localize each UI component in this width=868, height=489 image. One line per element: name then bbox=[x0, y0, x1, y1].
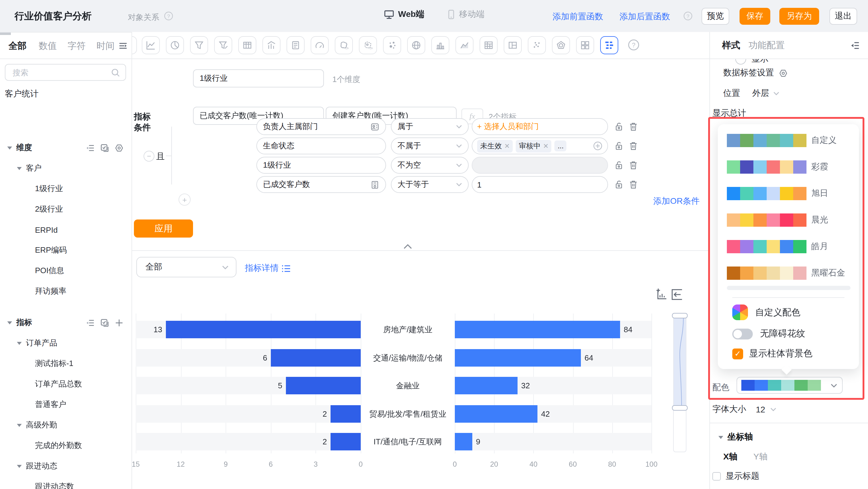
condition-value[interactable]: 未生效✕审核中✕... bbox=[472, 137, 608, 154]
condition-value[interactable]: 1 bbox=[472, 176, 608, 193]
sidebar-item-测试指标-1[interactable]: 测试指标-1 bbox=[0, 356, 132, 371]
chart-type-histogram[interactable] bbox=[431, 36, 450, 54]
panel-tab-style[interactable]: 样式 bbox=[722, 40, 740, 51]
plus-icon[interactable] bbox=[115, 318, 124, 327]
axis-section-header[interactable]: 坐标轴 bbox=[718, 432, 753, 443]
condition-value[interactable] bbox=[472, 157, 608, 174]
add-pre-function-link[interactable]: 添加前置函数 bbox=[553, 11, 603, 22]
datazoom-handle-top[interactable] bbox=[672, 313, 688, 318]
chart-type-china-bubble-map[interactable]: CN bbox=[359, 36, 377, 54]
field-search[interactable] bbox=[5, 64, 126, 81]
sidebar-tab-all[interactable]: 全部 bbox=[8, 40, 27, 52]
radio-icon[interactable] bbox=[735, 59, 746, 65]
object-relation-link[interactable]: 对象关系 bbox=[128, 12, 159, 23]
lock-open-icon[interactable] bbox=[614, 141, 624, 151]
sidebar-item-跟进动态[interactable]: 跟进动态 bbox=[0, 459, 132, 473]
trash-icon[interactable] bbox=[628, 141, 638, 151]
sidebar-item-客户[interactable]: 客户 bbox=[0, 161, 132, 175]
bar-background-checkbox[interactable]: ✓ bbox=[732, 348, 743, 359]
save-as-button[interactable]: 另存为 bbox=[779, 8, 819, 25]
add-tag-icon[interactable] bbox=[593, 141, 602, 151]
bar-right-series[interactable] bbox=[455, 405, 537, 423]
sidebar-item-订单产品总数[interactable]: 订单产品总数 bbox=[0, 377, 132, 391]
condition-operator-select[interactable]: 不属于 bbox=[391, 137, 469, 154]
bar-right-series[interactable] bbox=[455, 433, 472, 450]
trash-icon[interactable] bbox=[628, 180, 638, 189]
chart-type-world-map[interactable] bbox=[407, 36, 425, 54]
exit-button[interactable]: 退出 bbox=[829, 8, 857, 25]
label-position-select[interactable]: 外层 bbox=[752, 88, 769, 99]
condition-field[interactable]: 1级行业 bbox=[256, 157, 386, 174]
datazoom-handle-bottom[interactable] bbox=[672, 405, 688, 411]
dimension-pill[interactable]: 1级行业 bbox=[193, 69, 324, 88]
metric-filter-select[interactable]: 全部 bbox=[136, 257, 237, 278]
sidebar-item-普通客户[interactable]: 普通客户 bbox=[0, 397, 132, 412]
palette-option-自定义[interactable]: 自定义 bbox=[727, 134, 837, 147]
chart-type-pivot-table[interactable] bbox=[479, 36, 498, 54]
bar-right-series[interactable] bbox=[455, 321, 620, 338]
palette-option-皓月[interactable]: 皓月 bbox=[727, 240, 828, 253]
bar-left-series[interactable] bbox=[166, 321, 361, 338]
select-all-icon[interactable] bbox=[100, 318, 109, 327]
palette-scrollbar[interactable] bbox=[727, 286, 850, 290]
sidebar-tab-text[interactable]: 字符 bbox=[67, 40, 86, 52]
condition-field[interactable]: 生命状态 bbox=[256, 137, 386, 154]
palette-option-旭日[interactable]: 旭日 bbox=[727, 187, 828, 200]
sidebar-item-拜访频率[interactable]: 拜访频率 bbox=[0, 284, 132, 298]
color-scheme-select[interactable] bbox=[737, 377, 843, 394]
preview-button[interactable]: 预览 bbox=[702, 8, 729, 25]
add-condition-button[interactable]: + bbox=[179, 194, 191, 206]
condition-operator-select[interactable]: 大于等于 bbox=[391, 176, 469, 193]
select-all-icon[interactable] bbox=[100, 143, 109, 152]
sidebar-item-ERP编码[interactable]: ERP编码 bbox=[0, 243, 132, 257]
add-to-dashboard-icon[interactable] bbox=[655, 288, 668, 301]
caret-down-icon[interactable] bbox=[17, 464, 22, 467]
condition-value[interactable]: + 选择人员和部门 bbox=[472, 118, 608, 135]
condition-operator-select[interactable]: 属于 bbox=[391, 118, 469, 135]
sidebar-item-POI信息[interactable]: POI信息 bbox=[0, 263, 132, 278]
lock-open-icon[interactable] bbox=[614, 160, 624, 170]
value-tag[interactable]: 未生效✕ bbox=[477, 139, 513, 152]
chart-type-card-group[interactable] bbox=[576, 36, 594, 54]
palette-option-彩霞[interactable]: 彩霞 bbox=[727, 160, 828, 174]
bar-left-series[interactable] bbox=[331, 405, 361, 423]
export-icon[interactable] bbox=[671, 288, 683, 301]
tab-x-axis[interactable]: X轴 bbox=[723, 452, 737, 462]
chart-type-pie-chart[interactable] bbox=[166, 36, 184, 54]
datazoom-selected-range[interactable] bbox=[674, 317, 686, 410]
font-size-select[interactable]: 12 bbox=[756, 404, 765, 414]
and-group-collapse-button[interactable]: − bbox=[144, 151, 154, 162]
sidebar-item-2级行业[interactable]: 2级行业 bbox=[0, 202, 132, 217]
condition-field[interactable]: 已成交客户数 bbox=[256, 176, 386, 193]
settings-icon[interactable] bbox=[115, 143, 124, 152]
caret-down-icon[interactable] bbox=[7, 146, 12, 149]
chart-type-table[interactable] bbox=[238, 36, 256, 54]
bar-left-series[interactable] bbox=[286, 377, 361, 394]
help-icon[interactable]: ? bbox=[628, 39, 640, 51]
value-tag[interactable]: 审核中✕ bbox=[516, 139, 551, 152]
tab-web[interactable]: Web端 bbox=[384, 9, 424, 20]
collapse-panel-icon[interactable] bbox=[850, 40, 860, 51]
caret-down-icon[interactable] bbox=[17, 424, 22, 427]
sidebar-item-1级行业[interactable]: 1级行业 bbox=[0, 182, 132, 196]
chart-type-combo-chart[interactable] bbox=[262, 36, 280, 54]
sidebar-item-指标[interactable]: 指标 bbox=[0, 315, 132, 330]
sidebar-item-维度[interactable]: 维度 bbox=[0, 140, 132, 155]
custom-color-row[interactable]: 自定义配色 bbox=[732, 304, 801, 320]
chart-type-funnel[interactable] bbox=[190, 36, 208, 54]
search-input[interactable] bbox=[11, 68, 111, 78]
add-post-function-link[interactable]: 添加后置函数 bbox=[619, 11, 670, 22]
pattern-toggle[interactable] bbox=[732, 328, 753, 339]
condition-operator-select[interactable]: 不为空 bbox=[391, 157, 469, 174]
tab-mobile[interactable]: 移动端 bbox=[446, 9, 484, 20]
bar-right-series[interactable] bbox=[455, 349, 581, 367]
chart-type-line-chart[interactable] bbox=[142, 36, 160, 54]
caret-down-icon[interactable] bbox=[17, 167, 22, 170]
question-icon[interactable]: ? bbox=[164, 11, 173, 21]
chart-type-bidirectional-bar[interactable] bbox=[600, 36, 618, 54]
palette-option-黑曜石金[interactable]: 黑曜石金 bbox=[727, 266, 845, 280]
chart-type-detail-table[interactable] bbox=[504, 36, 522, 54]
sidebar-tab-time[interactable]: 时间 bbox=[96, 40, 115, 52]
chart-type-gauge[interactable] bbox=[311, 36, 329, 54]
chart-type-china-map[interactable]: CN bbox=[335, 36, 353, 54]
